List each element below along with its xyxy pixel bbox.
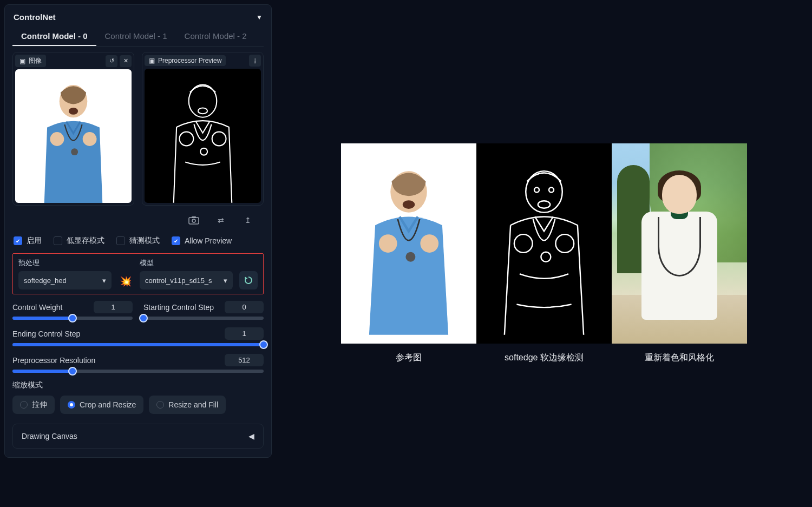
panel-title: ControlNet [14,12,56,22]
undo-icon[interactable]: ↺ [106,55,117,67]
drawing-canvas-label: Drawing Canvas [22,432,77,440]
preview-badge-label: Preprocessor Preview [158,57,221,64]
explosion-icon[interactable]: 💥 [118,275,133,289]
lowvram-checkbox[interactable]: 低显存模式 [54,236,104,246]
svg-point-15 [379,234,397,253]
svg-point-24 [541,252,551,262]
preview-badge: ▣ Preprocessor Preview [145,55,226,66]
triptych-generated: 重新着色和风格化 [612,143,747,364]
svg-point-9 [200,148,207,155]
edge-image [476,143,612,344]
radio-icon [156,401,164,409]
slider-value[interactable]: 0 [225,301,264,313]
image-row: ▣ 图像 ↺ ✕ ✎ [12,52,264,206]
generated-image [612,143,747,344]
checkbox-icon [116,236,125,245]
guess-label: 猜测模式 [129,236,160,246]
svg-point-2 [50,132,64,146]
edge-figure-large [483,148,605,339]
guess-checkbox[interactable]: 猜测模式 [116,236,160,246]
svg-point-7 [180,132,194,146]
reference-image [341,143,476,344]
radio-icon [68,401,75,409]
controlnet-panel: ControlNet ▼ Control Model - 0 Control M… [0,0,276,507]
radio-label: 拉伸 [32,400,47,410]
close-icon[interactable]: ✕ [120,55,132,67]
slider-label: Starting Control Step [143,303,214,312]
slider-value[interactable]: 512 [225,354,264,366]
ending-step-slider[interactable]: Ending Control Step 1 [12,327,264,346]
generated-caption: 重新着色和风格化 [645,352,714,364]
nurse-figure [15,69,132,203]
preprocessor-dropdown[interactable]: softedge_hed ▾ [18,271,112,289]
enable-label: 启用 [27,236,42,246]
preproc-resolution-slider[interactable]: Preprocessor Resolution 512 [12,354,264,373]
caret-left-icon: ◀ [248,432,254,440]
slider-label: Preprocessor Resolution [12,356,95,365]
reference-caption: 参考图 [396,352,422,364]
output-gallery: 参考图 [276,0,812,507]
triptych-edge: softedge 软边缘检测 [476,143,612,364]
tab-model-0[interactable]: Control Model - 0 [12,27,96,46]
resize-fill[interactable]: Resize and Fill [149,396,226,414]
enable-checkbox[interactable]: ✔ 启用 [14,236,42,246]
preview-image[interactable] [145,69,261,203]
svg-point-16 [420,234,438,253]
svg-rect-10 [189,218,199,224]
resize-crop[interactable]: Crop and Resize [60,396,143,414]
model-value: control_v11p_sd15_s [145,276,212,285]
preprocessor-model-box: 预处理 softedge_hed ▾ 💥 模型 control_v11p_sd1… [12,253,264,294]
collapse-caret-icon[interactable]: ▼ [256,14,263,21]
slider-value[interactable]: 1 [225,327,264,340]
triptych: 参考图 [341,143,747,364]
svg-point-1 [69,108,78,115]
image-icon: ▣ [149,57,155,64]
panel-card: ControlNet ▼ Control Model - 0 Control M… [4,4,272,458]
svg-point-19 [538,201,551,208]
allow-preview-checkbox[interactable]: ✔ Allow Preview [172,236,232,245]
slider-value[interactable]: 1 [94,301,133,313]
triptych-reference: 参考图 [341,143,476,364]
svg-point-20 [534,188,539,193]
panel-header[interactable]: ControlNet ▼ [12,10,264,27]
allow-preview-label: Allow Preview [185,236,232,245]
svg-rect-12 [192,216,196,218]
control-weight-slider[interactable]: Control Weight 1 [12,301,133,320]
source-image[interactable] [15,69,132,203]
model-dropdown[interactable]: control_v11p_sd15_s ▾ [140,271,233,289]
image-badge-label: 图像 [29,56,42,65]
chevron-down-icon: ▾ [224,276,227,285]
nurse-figure-large [348,148,470,339]
svg-point-8 [212,132,226,146]
radio-label: Crop and Resize [80,400,136,409]
svg-point-21 [549,188,554,193]
slider-label: Ending Control Step [12,330,80,338]
resize-mode-group: 拉伸 Crop and Resize Resize and Fill [12,396,264,414]
radio-label: Resize and Fill [168,400,218,409]
preprocessor-preview-card: ▣ Preprocessor Preview ⭳ [142,52,264,206]
svg-point-4 [71,148,78,155]
camera-icon[interactable] [188,215,200,225]
lowvram-label: 低显存模式 [67,236,104,246]
download-icon[interactable]: ⭳ [249,55,261,67]
tab-model-2[interactable]: Control Model - 2 [176,27,256,46]
anime-nurse [631,170,728,344]
svg-point-22 [514,234,533,253]
refresh-button[interactable] [239,271,258,289]
starting-step-slider[interactable]: Starting Control Step 0 [143,301,264,320]
tab-model-1[interactable]: Control Model - 1 [96,27,176,46]
svg-point-11 [192,219,195,222]
svg-point-14 [403,200,415,209]
upload-icon[interactable]: ↥ [242,215,254,225]
model-tabs: Control Model - 0 Control Model - 1 Cont… [12,27,264,47]
checkbox-icon [54,236,62,245]
model-label: 模型 [140,258,233,268]
resize-stretch[interactable]: 拉伸 [12,396,55,414]
chevron-down-icon: ▾ [102,276,106,285]
check-icon: ✔ [172,236,180,245]
preprocessor-label: 预处理 [18,258,112,268]
edge-caption: softedge 软边缘检测 [505,352,584,364]
drawing-canvas-toggle[interactable]: Drawing Canvas ◀ [12,424,264,449]
check-icon: ✔ [14,236,22,245]
swap-icon[interactable]: ⇄ [215,215,227,225]
